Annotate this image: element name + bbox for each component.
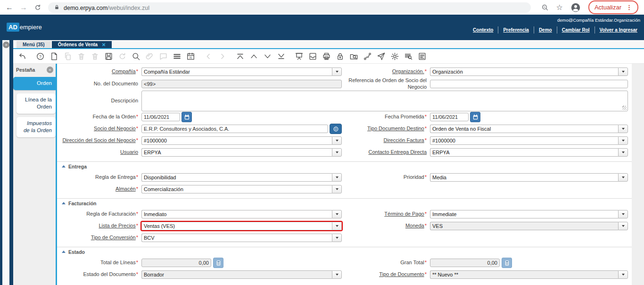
window-tab-rdenes-de-venta[interactable]: Órdenes de Venta×: [52, 41, 112, 48]
textarea-descripci-n[interactable]: [141, 91, 628, 111]
header-link-preferencia[interactable]: Preferencia: [498, 27, 533, 33]
label-text[interactable]: Moneda: [405, 223, 424, 228]
sidebar-tab-orden[interactable]: Orden: [13, 77, 56, 90]
combo-prioridad[interactable]: Media: [430, 173, 628, 182]
section-header-estado[interactable]: Estado: [57, 248, 632, 257]
combo-tipo-de-documento[interactable]: ** Nuevo **: [430, 270, 628, 279]
expand-panel-button[interactable]: »: [3, 42, 9, 48]
calendar-icon[interactable]: 31: [186, 51, 195, 61]
archive-icon[interactable]: [308, 51, 317, 61]
header-link-demo[interactable]: Demo: [534, 27, 557, 33]
find-icon[interactable]: [131, 51, 140, 61]
label-text[interactable]: Usuario: [120, 149, 138, 155]
combo-dropdown-button[interactable]: [618, 173, 628, 182]
combo-dropdown-button[interactable]: [332, 210, 342, 218]
report-icon[interactable]: [294, 51, 304, 61]
search-input-socio-del-negocio[interactable]: E.R.P. Consultores y Asociados, C.A.: [141, 125, 328, 133]
browser-reload-icon[interactable]: [34, 4, 41, 11]
combo-dropdown-button[interactable]: [618, 210, 628, 218]
save-icon[interactable]: [104, 51, 113, 61]
request-icon[interactable]: [376, 51, 386, 61]
combo-dropdown-button[interactable]: [332, 136, 342, 145]
zoom-out-icon[interactable]: [541, 4, 549, 11]
combo-tipo-de-conversi-n[interactable]: BCV: [141, 234, 342, 242]
header-link-volver-a-ingresar[interactable]: Volver a Ingresar: [595, 27, 642, 33]
private-record-lock-icon[interactable]: [335, 51, 345, 61]
browser-forward-icon[interactable]: →: [20, 4, 27, 11]
print-icon[interactable]: [322, 51, 331, 61]
combo-t-rmino-de-pago[interactable]: Immediate: [430, 210, 628, 218]
calendar-picker-button[interactable]: [470, 112, 480, 122]
combo-regla-de-entrega[interactable]: Disponibilidad: [141, 173, 342, 182]
browser-back-icon[interactable]: ←: [6, 4, 13, 11]
label-text[interactable]: Compañía: [112, 68, 136, 74]
close-tab-icon[interactable]: ×: [102, 42, 106, 47]
combo-dropdown-button[interactable]: [332, 67, 342, 76]
label-text[interactable]: Lista de Precios: [99, 223, 135, 228]
date-input-fecha-prometida[interactable]: 11/06/2021: [430, 113, 469, 121]
label-text[interactable]: Tipo de Conversión: [91, 235, 136, 240]
next-record-icon[interactable]: [263, 51, 272, 61]
label-text[interactable]: Dirección Factura: [384, 137, 424, 143]
combo-usuario[interactable]: ERPYA: [141, 148, 342, 157]
label-text[interactable]: Tipo Documento Destino: [367, 126, 424, 131]
record-info-button[interactable]: [330, 124, 342, 134]
combo-dropdown-button[interactable]: [332, 234, 342, 242]
sidebar-tab-impuestos-de-la-orden[interactable]: Impuestos de la Orden: [17, 117, 56, 137]
product-info-icon[interactable]: [404, 51, 413, 61]
combo-regla-de-facturaci-n[interactable]: Inmediato: [141, 210, 342, 218]
combo-moneda[interactable]: VES: [430, 222, 628, 230]
combo-dropdown-button[interactable]: [618, 67, 628, 76]
header-link-contexto[interactable]: Contexto: [468, 27, 498, 33]
combo-dropdown-button[interactable]: [618, 125, 628, 133]
address-bar[interactable]: demo.erpya.com/webui/index.zul: [48, 2, 531, 13]
label-text[interactable]: Almacén: [116, 186, 136, 192]
date-input-fecha-de-la-orden[interactable]: 11/06/2021: [141, 113, 180, 121]
previous-record-icon[interactable]: [249, 51, 258, 61]
combo-compa-a[interactable]: Compañía Estándar: [141, 67, 342, 76]
combo-dropdown-button[interactable]: [618, 270, 628, 279]
combo-dropdown-button[interactable]: [332, 185, 342, 193]
collapse-panel-button[interactable]: «: [47, 67, 53, 73]
label-text[interactable]: Organización.: [392, 68, 424, 74]
combo-dropdown-button[interactable]: [618, 148, 628, 157]
calendar-picker-button[interactable]: [182, 112, 192, 122]
combo-direcci-n-factura[interactable]: #1000000: [430, 136, 628, 145]
label-text[interactable]: Socio del Negocio: [94, 126, 136, 131]
section-header-facturaci-n[interactable]: Facturación: [57, 200, 632, 209]
help-icon[interactable]: ?: [35, 51, 45, 61]
combo-dropdown-button[interactable]: [332, 270, 342, 279]
combo-organizaci-n[interactable]: Organización: [430, 67, 628, 76]
combo-dropdown-button[interactable]: [618, 222, 628, 230]
combo-dropdown-button[interactable]: [332, 173, 342, 182]
label-text[interactable]: Contacto Entrega Directa: [368, 149, 427, 155]
label-text[interactable]: Tipo de Documento: [379, 271, 424, 277]
zoom-across-icon[interactable]: [349, 51, 358, 61]
bookmark-star-icon[interactable]: ☆: [556, 3, 563, 12]
combo-dropdown-button[interactable]: [332, 148, 342, 157]
calculator-button[interactable]: [502, 258, 512, 268]
report-view-icon[interactable]: [417, 51, 427, 61]
combo-dropdown-button[interactable]: [618, 136, 628, 145]
combo-dropdown-button[interactable]: [332, 222, 342, 230]
new-record-icon[interactable]: [49, 51, 58, 61]
section-header-entrega[interactable]: Entrega: [57, 163, 632, 172]
combo-estado-del-documento[interactable]: Borrador: [141, 270, 342, 279]
preference-icon[interactable]: [390, 51, 399, 61]
sidebar-tab-l-nea-de-la-orden[interactable]: Línea de la Orden: [17, 93, 56, 114]
label-text[interactable]: Dirección del Socio del Negocio: [62, 137, 135, 143]
profile-avatar-icon[interactable]: [570, 2, 581, 13]
combo-almac-n[interactable]: Comercialización: [141, 185, 342, 193]
combo-contacto-entrega-directa[interactable]: ERPYA: [430, 148, 628, 157]
first-record-icon[interactable]: [235, 51, 245, 61]
label-text[interactable]: Término de Pago: [384, 211, 424, 217]
browser-menu-icon[interactable]: ⋮: [626, 4, 632, 11]
window-tab-men-35[interactable]: Menú (35): [17, 41, 51, 48]
grid-toggle-icon[interactable]: [172, 51, 182, 61]
resize-handle-icon[interactable]: [622, 106, 627, 110]
undo-icon[interactable]: [17, 51, 27, 61]
workflow-icon[interactable]: [363, 51, 372, 61]
combo-tipo-documento-destino[interactable]: Orden de Venta no Fiscal: [430, 125, 628, 133]
combo-direcci-n-del-socio-del-negocio[interactable]: #1000000: [141, 136, 342, 145]
last-record-icon[interactable]: [276, 51, 286, 61]
